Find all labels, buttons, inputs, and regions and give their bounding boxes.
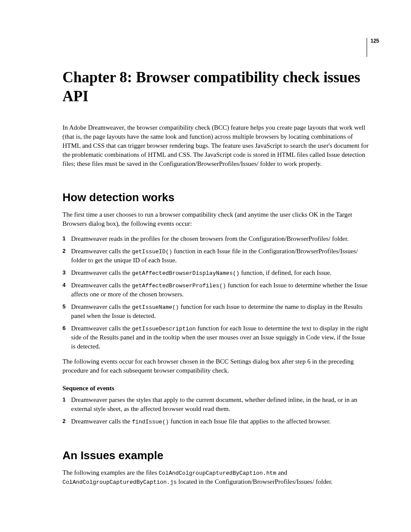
list-item: Dreamweaver reads in the profiles for th… — [62, 234, 370, 243]
issues-example-paragraph: The following examples are the files Col… — [62, 468, 370, 486]
step-text: Dreamweaver parses the styles that apply… — [71, 396, 357, 412]
list-item: Dreamweaver calls the getIssueDescriptio… — [62, 324, 370, 351]
section1-lead: The first time a user chooses to run a b… — [62, 210, 370, 228]
step-text: Dreamweaver reads in the profiles for th… — [71, 235, 349, 242]
step-text: Dreamweaver calls the — [71, 269, 132, 276]
step-text: Dreamweaver calls the — [71, 325, 132, 332]
list-item: Dreamweaver calls the findIssue() functi… — [62, 417, 370, 426]
list-item: Dreamweaver calls the getAffectedBrowser… — [62, 281, 370, 299]
code-inline: ColAndColgroupCapturedByCaption.htm — [159, 470, 276, 476]
list-item: Dreamweaver calls the getIssueID() funct… — [62, 247, 370, 265]
intro-paragraph: In Adobe Dreamweaver, the browser compat… — [62, 123, 370, 168]
section-issues-example: An Issues example — [62, 449, 370, 462]
sequence-subheading: Sequence of events — [62, 385, 370, 392]
step-text: Dreamweaver calls the — [71, 248, 132, 255]
chapter-title: Chapter 8: Browser compatibility check i… — [62, 68, 370, 106]
step-text: function, if defined, for each Issue. — [240, 269, 332, 276]
text: The following examples are the files — [62, 469, 159, 476]
code-inline: findIssue() — [132, 419, 169, 425]
detection-steps-list: Dreamweaver reads in the profiles for th… — [62, 234, 370, 352]
code-inline: getIssueID() — [132, 249, 172, 255]
list-item: Dreamweaver calls the getAffectedBrowser… — [62, 268, 370, 277]
sequence-steps-list: Dreamweaver parses the styles that apply… — [62, 395, 370, 426]
section1-trail: The following events occur for each brow… — [62, 357, 370, 375]
code-inline: getIssueDescription — [132, 326, 196, 332]
step-text: Dreamweaver calls the — [71, 303, 132, 310]
step-text: Dreamweaver calls the — [71, 282, 132, 289]
page: 125 Chapter 8: Browser compatibility che… — [0, 0, 411, 532]
page-number-value: 125 — [371, 38, 379, 44]
section-how-detection-works: How detection works — [62, 191, 370, 204]
code-inline: ColAndColgroupCapturedByCaption.js — [62, 479, 177, 485]
step-text: function in each Issue file that applies… — [169, 418, 330, 425]
list-item: Dreamweaver calls the getIssueName() fun… — [62, 302, 370, 320]
page-number: 125 — [367, 38, 379, 57]
step-text: Dreamweaver calls the — [71, 418, 132, 425]
code-inline: getIssueName() — [132, 304, 179, 311]
code-inline: getAffectedBrowserDisplayNames() — [132, 270, 240, 277]
list-item: Dreamweaver parses the styles that apply… — [62, 395, 370, 414]
code-inline: getAffectedBrowserProfiles() — [132, 283, 226, 289]
text: located in the Configuration/BrowserProf… — [177, 478, 333, 485]
text: and — [276, 469, 287, 476]
